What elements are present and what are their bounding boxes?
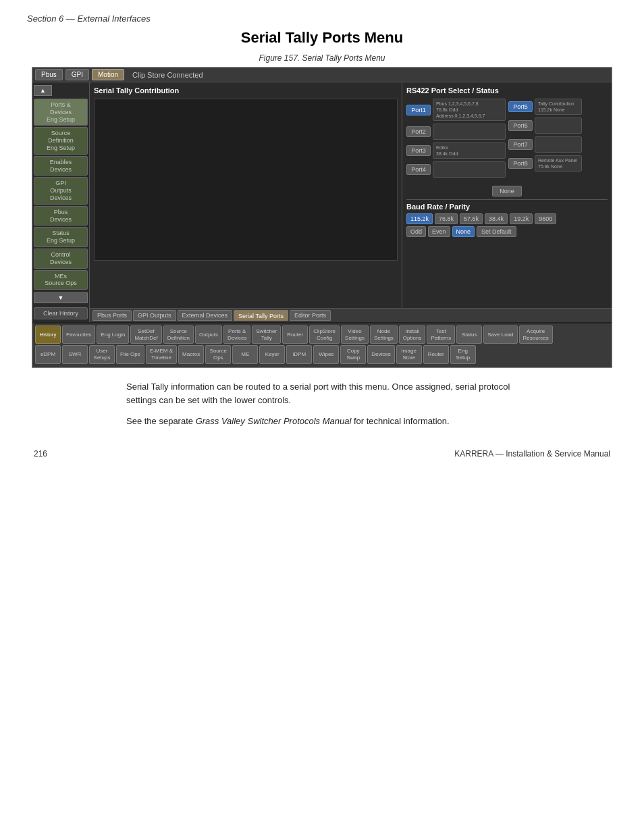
toolbar-devices-btn[interactable]: Devices [367,345,394,363]
sidebar-item-control[interactable]: Control Devices [34,249,88,269]
sidebar-item-status[interactable]: Status Eng Setup [34,227,88,247]
port5-btn[interactable]: Port5 [508,101,533,112]
port7-tally [535,136,582,153]
port2-btn[interactable]: Port2 [406,126,431,137]
body-text: Serial Tally information can be routed t… [126,380,518,429]
toolbar-macros-btn[interactable]: Macros [178,345,204,363]
body-p2-plain: See the separate [126,416,196,426]
parity-even-btn[interactable]: Even [428,226,450,237]
port6-tally [535,118,582,134]
sidebar-item-source-def[interactable]: Source Definition Eng Setup [34,127,88,154]
toolbar-swr-btn[interactable]: SWR [62,345,88,363]
tab-gpi-outputs[interactable]: GPI Outputs [133,310,176,321]
ui-container: Pbus GPI Motion Clip Store Connected ▲ P… [32,67,612,368]
toolbar-install-options-btn[interactable]: Install Options [399,325,426,344]
sidebar-item-enables[interactable]: Enables Devices [34,156,88,176]
gpi-btn[interactable]: GPI [65,69,89,80]
body-paragraph2: See the separate Grass Valley Switcher P… [126,415,518,429]
toolbar-test-patterns-btn[interactable]: Test Patterns [427,325,455,344]
port1-info: Pbus 1,2,3,4,5,6,7,876.8k OddAddress 0,1… [433,99,506,121]
baud-115k-btn[interactable]: 115.2k [406,213,433,224]
baud-57k-btn[interactable]: 57.6k [460,213,483,224]
set-default-btn[interactable]: Set Default [477,226,516,237]
toolbar-router2-btn[interactable]: Router [423,345,449,363]
serial-tally-contribution-title: Serial Tally Contribution [94,86,398,95]
toolbar-me-btn[interactable]: ME [232,345,258,363]
port4-btn[interactable]: Port4 [406,164,431,175]
toolbar-keyer-btn[interactable]: Keyer [259,345,285,363]
port7-btn[interactable]: Port7 [508,139,533,150]
port4-info [433,161,506,178]
body-p2-italic: Grass Valley Switcher Protocols Manual [196,416,352,426]
clear-history-btn[interactable]: Clear History [34,307,88,319]
body-p2-end: for technical information. [351,416,449,426]
parity-none-btn[interactable]: None [452,226,475,237]
sidebar-item-mes[interactable]: MEs Source Ops [34,270,88,290]
toolbar-ports-devices-btn[interactable]: Ports & Devices [223,325,250,344]
port3-info: Editor38.4k Odd [433,142,506,159]
toolbar-image-store-btn[interactable]: Image Store [396,345,422,363]
figure-caption: Figure 157. Serial Tally Ports Menu [27,53,617,63]
motion-btn[interactable]: Motion [92,69,124,80]
toolbar-clipstore-config-btn[interactable]: ClipStore Config [309,325,340,344]
port8-tally: Remote Aux Panel75.8k None [535,155,582,172]
port6-btn[interactable]: Port6 [508,120,533,131]
parity-odd-btn[interactable]: Odd [406,226,426,237]
toolbar-source-def-btn[interactable]: Source Definition [163,325,194,344]
toolbar-favourites-btn[interactable]: Favourites [62,325,95,344]
center-panel: Serial Tally Contribution [90,82,402,308]
tab-external-devices[interactable]: External Devices [178,310,233,321]
section-label: Section 6 — External Interfaces [27,14,617,24]
toolbar-save-load-btn[interactable]: Save Load [483,325,517,344]
port2-info [433,124,506,140]
none-btn[interactable]: None [492,186,522,197]
toolbar-idpm-btn[interactable]: iDPM [286,345,312,363]
port1-btn[interactable]: Port1 [406,105,431,115]
sidebar: ▲ Ports & Devices Eng Setup Source Defin… [32,82,90,322]
toolbar-status-btn[interactable]: Status [456,325,482,344]
toolbar-history-btn[interactable]: History [35,325,61,344]
toolbar-eng-setup-btn[interactable]: Eng Setup [450,345,476,363]
port8-btn[interactable]: Port8 [508,158,533,169]
top-bar: Pbus GPI Motion Clip Store Connected [32,68,612,82]
toolbar-emem-timeline-btn[interactable]: E-MEM & Timeline [146,345,177,363]
toolbar-setdef-matchdef-btn[interactable]: SetDef MatchDef [130,325,161,344]
toolbar-video-settings-btn[interactable]: Video Settings [341,325,369,344]
sidebar-item-pbus[interactable]: Pbus Devices [34,206,88,226]
baud-section-title: Baud Rate / Parity [406,199,608,211]
toolbar-wipes-btn[interactable]: Wipes [313,345,339,363]
scroll-up-btn[interactable]: ▲ [34,85,52,96]
tab-pbus-ports[interactable]: Pbus Ports [92,310,132,321]
toolbar-router-btn[interactable]: Router [282,325,308,344]
toolbar-acquire-resources-btn[interactable]: Acquire Resources [519,325,553,344]
pbus-btn[interactable]: Pbus [35,69,63,80]
toolbar-user-setups-btn[interactable]: User Setups [89,345,115,363]
tab-serial-tally-ports[interactable]: Serial Tally Ports [234,310,288,321]
toolbar-source-ops-btn[interactable]: Source Ops [205,345,231,363]
scroll-down-btn[interactable]: ▼ [34,292,88,303]
footer-manual-title: KARRERA — Installation & Service Manual [454,449,610,459]
page-footer: 216 KARRERA — Installation & Service Man… [27,449,617,459]
baud-76k-btn[interactable]: 76.8k [435,213,458,224]
sidebar-item-ports-devices[interactable]: Ports & Devices Eng Setup [34,99,88,126]
bottom-toolbar: History Favourites Eng Login SetDef Matc… [32,322,612,367]
tab-bar: Pbus Ports GPI Outputs External Devices … [90,308,612,322]
sidebar-item-gpi-outputs[interactable]: GPI Outputs Devices [34,177,88,204]
main-content: ▲ Ports & Devices Eng Setup Source Defin… [32,82,612,322]
baud-19k-btn[interactable]: 19.2k [510,213,533,224]
page-title: Serial Tally Ports Menu [27,29,617,47]
toolbar-outputs-btn[interactable]: Outputs [195,325,222,344]
toolbar-file-ops-btn[interactable]: File Ops [116,345,144,363]
toolbar-edpm-btn[interactable]: eDPM [35,345,61,363]
toolbar-copy-swap-btn[interactable]: Copy Swap [340,345,366,363]
tab-editor-ports[interactable]: Editor Ports [290,310,331,321]
toolbar-eng-login-btn[interactable]: Eng Login [97,325,129,344]
toolbar-switcher-tally-btn[interactable]: Switcher Tally [252,325,281,344]
toolbar-node-settings-btn[interactable]: Node Settings [370,325,398,344]
body-paragraph1: Serial Tally information can be routed t… [126,380,518,409]
baud-38k-btn[interactable]: 38.4k [485,213,508,224]
port3-btn[interactable]: Port3 [406,145,431,156]
footer-page-number: 216 [34,449,47,459]
clip-store-label: Clip Store Connected [132,71,203,79]
baud-9600-btn[interactable]: 9600 [535,213,556,224]
